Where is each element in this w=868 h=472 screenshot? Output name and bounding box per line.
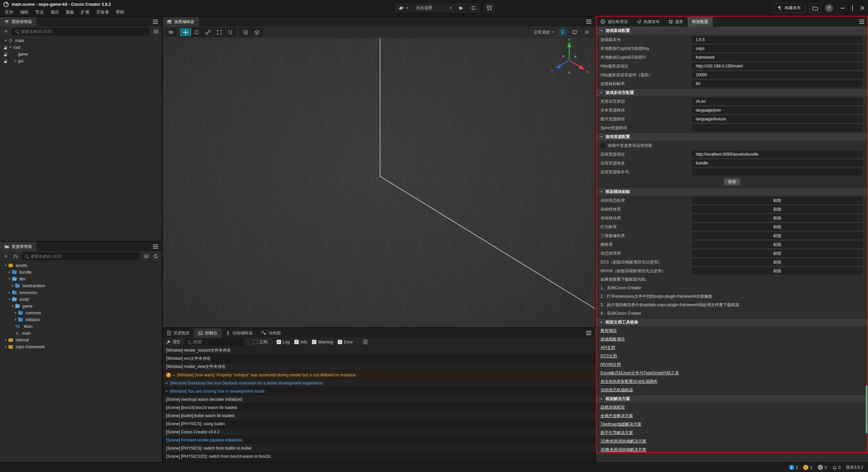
rect-tool-button[interactable] bbox=[214, 28, 225, 36]
panel-menu-icon[interactable] bbox=[586, 20, 591, 24]
doc-link[interactable]: 教程项目 bbox=[600, 328, 617, 334]
asset-tree-item[interactable]: assets bbox=[0, 262, 162, 269]
scene-settings-button[interactable] bbox=[583, 28, 591, 36]
error-count[interactable]: 0 bbox=[818, 465, 827, 470]
console-search-input[interactable] bbox=[193, 339, 241, 345]
snap-tool-button[interactable] bbox=[240, 28, 251, 36]
asset-tree-item[interactable]: resources bbox=[0, 289, 162, 296]
tree-arrow-icon[interactable] bbox=[7, 292, 12, 294]
tab-console[interactable]: 控制台 bbox=[194, 328, 222, 338]
notification-count[interactable]: 0 bbox=[832, 465, 841, 470]
toggle-3d-button[interactable]: 3D bbox=[165, 28, 176, 36]
open-project-folder-button[interactable] bbox=[809, 3, 821, 13]
scale-tool-button[interactable] bbox=[202, 28, 214, 36]
solution-link[interactable]: 新手引导解决方案 bbox=[600, 430, 633, 436]
tab-services[interactable]: 服务 bbox=[664, 17, 688, 26]
expand-arrow-icon[interactable] bbox=[13, 60, 17, 62]
field-input[interactable] bbox=[692, 169, 863, 175]
console-log-row[interactable]: [Scene] Cocos Creator v3.8.2 bbox=[163, 428, 595, 436]
asset-tree-item[interactable]: initialize bbox=[0, 316, 162, 323]
menu-item[interactable]: 开发者 bbox=[93, 9, 113, 16]
tab-property-inspector[interactable]: 属性检查器 bbox=[596, 17, 632, 26]
menu-item[interactable]: 扩展 bbox=[78, 9, 93, 16]
maximize-button[interactable] bbox=[852, 6, 853, 11]
section-module-trim[interactable]: 框架模块剔除 bbox=[596, 187, 868, 196]
panel-menu-icon[interactable] bbox=[153, 244, 158, 249]
section-basic-config[interactable]: 游戏基础配置 bbox=[596, 26, 868, 35]
create-node-button[interactable] bbox=[3, 28, 9, 35]
remove-button[interactable]: 剔除 bbox=[692, 268, 863, 274]
assets-sort-button[interactable] bbox=[12, 253, 19, 260]
tree-arrow-icon[interactable] bbox=[10, 285, 15, 287]
doc-link[interactable]: MVVM文档 bbox=[600, 362, 621, 368]
asset-tree-item[interactable]: game bbox=[0, 303, 162, 310]
tab-build-publish[interactable]: 构建发布 bbox=[632, 17, 664, 26]
doc-link[interactable]: 原生包热更新配置自动生成插件 bbox=[600, 379, 657, 385]
solution-link[interactable]: 全栈开发解决方案 bbox=[600, 413, 633, 419]
field-input[interactable]: language/json bbox=[692, 107, 863, 114]
collapse-arrow-icon[interactable] bbox=[3, 40, 8, 41]
doc-link[interactable]: 游戏模板项目 bbox=[600, 336, 625, 342]
field-input[interactable]: 10000 bbox=[692, 72, 863, 78]
asset-tree-item[interactable]: script bbox=[0, 296, 162, 303]
console-log-row[interactable]: [Scene] Forward render pipeline initiali… bbox=[163, 436, 595, 444]
lock-icon[interactable] bbox=[3, 52, 8, 57]
console-log-row[interactable]: [Scene] [PHYSICS2D]: switch from box2d-w… bbox=[163, 452, 595, 460]
save-button[interactable]: 保存 bbox=[724, 178, 740, 185]
solution-link[interactable]: Tiledmap地图解决方案 bbox=[600, 421, 642, 427]
field-input[interactable]: framework bbox=[692, 54, 863, 61]
panel-menu-icon[interactable] bbox=[859, 20, 864, 24]
tree-arrow-icon[interactable] bbox=[3, 265, 8, 266]
solution-link[interactable]: 3D角色扮演游戏解决方案 bbox=[600, 447, 646, 453]
panel-menu-icon[interactable] bbox=[586, 331, 591, 335]
tree-arrow-icon[interactable] bbox=[7, 299, 12, 300]
field-input[interactable] bbox=[692, 124, 863, 131]
field-input[interactable]: 60 bbox=[692, 80, 863, 87]
minimize-button[interactable] bbox=[841, 8, 845, 8]
panel-menu-icon[interactable] bbox=[153, 20, 158, 24]
tree-arrow-icon[interactable] bbox=[3, 339, 8, 341]
regex-checkbox[interactable]: 正则 bbox=[253, 339, 268, 345]
build-publish-button[interactable]: 构建发布 bbox=[773, 3, 805, 13]
solution-link[interactable]: 2D角色扮演游戏解决方案 bbox=[600, 438, 646, 444]
tab-framework-config[interactable]: 框架配置 bbox=[688, 17, 713, 26]
clear-console-button[interactable]: 清空 bbox=[166, 339, 180, 345]
field-input[interactable]: bundle bbox=[692, 160, 863, 166]
section-language-config[interactable]: 游戏多语言配置 bbox=[596, 88, 868, 97]
scene-display-button[interactable] bbox=[571, 28, 579, 36]
console-log-row[interactable]: [Scene] meshopt wasm decoder initialized bbox=[163, 395, 595, 404]
scene-viewport[interactable]: Y X Z bbox=[163, 38, 595, 327]
doc-link[interactable]: ECS文档 bbox=[600, 353, 617, 359]
remote-load-checkbox-row[interactable]: 游戏中资源是否远程加载 bbox=[596, 141, 868, 150]
asset-tree-item[interactable]: Main bbox=[0, 323, 162, 330]
console-log-row[interactable]: [Scene] [box2d]:box2d wasm lib loaded. bbox=[163, 404, 595, 412]
lock-icon[interactable] bbox=[3, 45, 8, 50]
open-log-file-button[interactable] bbox=[362, 339, 369, 346]
doc-link[interactable]: API文档 bbox=[600, 345, 615, 351]
console-log-row[interactable]: [Window] render_texture文件夹存在 bbox=[163, 347, 595, 355]
console-log-row[interactable]: [Window] ecs文件夹存在 bbox=[163, 355, 595, 363]
log-filter-checkbox[interactable]: Info bbox=[294, 340, 307, 345]
tree-arrow-icon[interactable] bbox=[13, 312, 18, 314]
section-doc-links[interactable]: 框架文档工具链接 bbox=[596, 318, 868, 327]
section-resource-config[interactable]: 游戏资源配置 bbox=[596, 132, 868, 141]
expand-chevron-icon[interactable] bbox=[166, 390, 167, 392]
pivot-cube-button[interactable] bbox=[251, 28, 262, 36]
asset-tree-item[interactable]: seedrandom bbox=[0, 282, 162, 289]
asset-tree-item[interactable]: libs bbox=[0, 276, 162, 282]
console-log-row[interactable]: [Window] You are running Vue in developm… bbox=[163, 387, 595, 395]
remove-button[interactable]: 剔除 bbox=[692, 232, 863, 239]
checkbox[interactable] bbox=[600, 143, 605, 148]
doc-link[interactable]: 动画状态机编辑器 bbox=[600, 387, 633, 393]
tree-arrow-icon[interactable] bbox=[10, 306, 15, 307]
tab-asset-preview[interactable]: 资源预览 bbox=[163, 328, 194, 338]
scene-select[interactable]: 当前场景 bbox=[412, 3, 456, 13]
tab-assets[interactable]: 资源管理器 bbox=[0, 242, 36, 251]
help-button[interactable] bbox=[825, 4, 833, 12]
move-tool-button[interactable] bbox=[180, 28, 191, 36]
field-input[interactable]: language/texture bbox=[692, 116, 863, 122]
lighting-toggle-button[interactable] bbox=[558, 28, 567, 36]
menu-item[interactable]: 帮助 bbox=[113, 9, 128, 16]
log-filter-checkbox[interactable]: Warning bbox=[312, 340, 333, 345]
log-filter-checkbox[interactable]: Error bbox=[338, 340, 353, 345]
